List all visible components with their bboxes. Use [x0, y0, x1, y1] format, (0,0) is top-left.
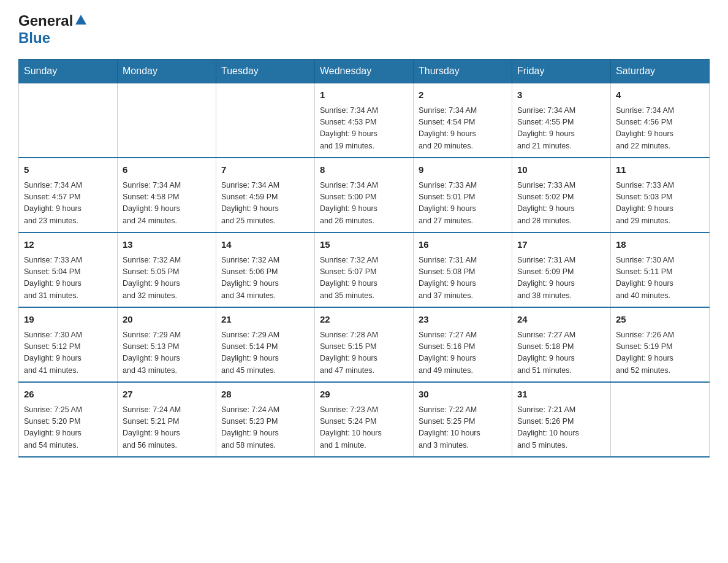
calendar-cell: 24Sunrise: 7:27 AM Sunset: 5:18 PM Dayli… [512, 307, 611, 382]
calendar-header-thursday: Thursday [414, 59, 512, 83]
day-info: Sunrise: 7:33 AM Sunset: 5:01 PM Dayligh… [419, 180, 507, 228]
calendar-cell: 16Sunrise: 7:31 AM Sunset: 5:08 PM Dayli… [414, 232, 512, 307]
day-number: 22 [320, 313, 408, 327]
day-number: 17 [517, 238, 605, 252]
day-number: 25 [616, 313, 704, 327]
calendar-cell: 8Sunrise: 7:34 AM Sunset: 5:00 PM Daylig… [315, 158, 414, 232]
day-info: Sunrise: 7:30 AM Sunset: 5:12 PM Dayligh… [24, 329, 112, 377]
day-number: 31 [517, 388, 605, 402]
logo-arrow-icon [75, 13, 86, 27]
page-header: General Blue [18, 12, 710, 47]
calendar-cell: 26Sunrise: 7:25 AM Sunset: 5:20 PM Dayli… [19, 382, 118, 457]
calendar-cell: 2Sunrise: 7:34 AM Sunset: 4:54 PM Daylig… [414, 83, 512, 158]
calendar-week-row: 1Sunrise: 7:34 AM Sunset: 4:53 PM Daylig… [19, 83, 710, 158]
calendar-cell: 7Sunrise: 7:34 AM Sunset: 4:59 PM Daylig… [216, 158, 315, 232]
calendar-cell: 5Sunrise: 7:34 AM Sunset: 4:57 PM Daylig… [19, 158, 118, 232]
day-info: Sunrise: 7:34 AM Sunset: 4:53 PM Dayligh… [320, 105, 408, 153]
day-info: Sunrise: 7:25 AM Sunset: 5:20 PM Dayligh… [24, 404, 112, 452]
day-number: 9 [419, 163, 507, 177]
calendar-cell: 6Sunrise: 7:34 AM Sunset: 4:58 PM Daylig… [118, 158, 216, 232]
calendar-week-row: 5Sunrise: 7:34 AM Sunset: 4:57 PM Daylig… [19, 158, 710, 232]
day-number: 2 [419, 88, 507, 102]
day-info: Sunrise: 7:29 AM Sunset: 5:13 PM Dayligh… [123, 329, 211, 377]
calendar-cell: 27Sunrise: 7:24 AM Sunset: 5:21 PM Dayli… [118, 382, 216, 457]
day-info: Sunrise: 7:31 AM Sunset: 5:08 PM Dayligh… [419, 255, 507, 302]
day-info: Sunrise: 7:27 AM Sunset: 5:18 PM Dayligh… [517, 329, 605, 377]
day-info: Sunrise: 7:22 AM Sunset: 5:25 PM Dayligh… [419, 404, 507, 452]
day-info: Sunrise: 7:31 AM Sunset: 5:09 PM Dayligh… [517, 255, 605, 302]
day-info: Sunrise: 7:33 AM Sunset: 5:03 PM Dayligh… [616, 180, 704, 228]
day-info: Sunrise: 7:32 AM Sunset: 5:07 PM Dayligh… [320, 255, 408, 302]
calendar-cell: 21Sunrise: 7:29 AM Sunset: 5:14 PM Dayli… [216, 307, 315, 382]
logo: General Blue [18, 12, 86, 47]
calendar-cell: 14Sunrise: 7:32 AM Sunset: 5:06 PM Dayli… [216, 232, 315, 307]
day-info: Sunrise: 7:32 AM Sunset: 5:06 PM Dayligh… [221, 255, 309, 302]
day-number: 19 [24, 313, 112, 327]
day-info: Sunrise: 7:34 AM Sunset: 4:59 PM Dayligh… [221, 180, 309, 228]
day-number: 4 [616, 88, 704, 102]
day-number: 30 [419, 388, 507, 402]
calendar-cell: 19Sunrise: 7:30 AM Sunset: 5:12 PM Dayli… [19, 307, 118, 382]
day-number: 28 [221, 388, 309, 402]
day-info: Sunrise: 7:32 AM Sunset: 5:05 PM Dayligh… [123, 255, 211, 302]
day-info: Sunrise: 7:33 AM Sunset: 5:04 PM Dayligh… [24, 255, 112, 302]
calendar-header-saturday: Saturday [611, 59, 710, 83]
calendar-cell: 30Sunrise: 7:22 AM Sunset: 5:25 PM Dayli… [414, 382, 512, 457]
day-number: 3 [517, 88, 605, 102]
calendar-cell: 1Sunrise: 7:34 AM Sunset: 4:53 PM Daylig… [315, 83, 414, 158]
day-number: 11 [616, 163, 704, 177]
day-number: 6 [123, 163, 211, 177]
calendar-cell: 22Sunrise: 7:28 AM Sunset: 5:15 PM Dayli… [315, 307, 414, 382]
day-number: 24 [517, 313, 605, 327]
calendar-cell [19, 83, 118, 158]
calendar-table: SundayMondayTuesdayWednesdayThursdayFrid… [18, 59, 710, 458]
calendar-cell: 20Sunrise: 7:29 AM Sunset: 5:13 PM Dayli… [118, 307, 216, 382]
calendar-cell: 28Sunrise: 7:24 AM Sunset: 5:23 PM Dayli… [216, 382, 315, 457]
day-info: Sunrise: 7:24 AM Sunset: 5:23 PM Dayligh… [221, 404, 309, 452]
day-number: 26 [24, 388, 112, 402]
day-info: Sunrise: 7:34 AM Sunset: 5:00 PM Dayligh… [320, 180, 408, 228]
day-number: 29 [320, 388, 408, 402]
calendar-header-friday: Friday [512, 59, 611, 83]
logo-general-text: General [18, 12, 73, 29]
day-info: Sunrise: 7:34 AM Sunset: 4:54 PM Dayligh… [419, 105, 507, 153]
day-number: 12 [24, 238, 112, 252]
day-number: 13 [123, 238, 211, 252]
calendar-cell: 15Sunrise: 7:32 AM Sunset: 5:07 PM Dayli… [315, 232, 414, 307]
calendar-cell: 25Sunrise: 7:26 AM Sunset: 5:19 PM Dayli… [611, 307, 710, 382]
calendar-cell: 23Sunrise: 7:27 AM Sunset: 5:16 PM Dayli… [414, 307, 512, 382]
calendar-header-monday: Monday [118, 59, 216, 83]
svg-marker-0 [75, 15, 86, 25]
calendar-cell [216, 83, 315, 158]
day-info: Sunrise: 7:21 AM Sunset: 5:26 PM Dayligh… [517, 404, 605, 452]
day-number: 10 [517, 163, 605, 177]
calendar-week-row: 12Sunrise: 7:33 AM Sunset: 5:04 PM Dayli… [19, 232, 710, 307]
day-number: 7 [221, 163, 309, 177]
calendar-cell: 17Sunrise: 7:31 AM Sunset: 5:09 PM Dayli… [512, 232, 611, 307]
day-number: 27 [123, 388, 211, 402]
calendar-cell: 31Sunrise: 7:21 AM Sunset: 5:26 PM Dayli… [512, 382, 611, 457]
day-info: Sunrise: 7:29 AM Sunset: 5:14 PM Dayligh… [221, 329, 309, 377]
calendar-cell: 4Sunrise: 7:34 AM Sunset: 4:56 PM Daylig… [611, 83, 710, 158]
day-info: Sunrise: 7:27 AM Sunset: 5:16 PM Dayligh… [419, 329, 507, 377]
day-info: Sunrise: 7:33 AM Sunset: 5:02 PM Dayligh… [517, 180, 605, 228]
day-number: 23 [419, 313, 507, 327]
day-info: Sunrise: 7:34 AM Sunset: 4:56 PM Dayligh… [616, 105, 704, 153]
day-info: Sunrise: 7:28 AM Sunset: 5:15 PM Dayligh… [320, 329, 408, 377]
day-info: Sunrise: 7:30 AM Sunset: 5:11 PM Dayligh… [616, 255, 704, 302]
calendar-cell: 10Sunrise: 7:33 AM Sunset: 5:02 PM Dayli… [512, 158, 611, 232]
calendar-cell: 3Sunrise: 7:34 AM Sunset: 4:55 PM Daylig… [512, 83, 611, 158]
logo-blue-text: Blue [18, 29, 50, 46]
calendar-cell: 12Sunrise: 7:33 AM Sunset: 5:04 PM Dayli… [19, 232, 118, 307]
day-info: Sunrise: 7:34 AM Sunset: 4:57 PM Dayligh… [24, 180, 112, 228]
day-number: 8 [320, 163, 408, 177]
calendar-cell: 9Sunrise: 7:33 AM Sunset: 5:01 PM Daylig… [414, 158, 512, 232]
calendar-cell [118, 83, 216, 158]
calendar-week-row: 19Sunrise: 7:30 AM Sunset: 5:12 PM Dayli… [19, 307, 710, 382]
day-number: 14 [221, 238, 309, 252]
calendar-cell: 13Sunrise: 7:32 AM Sunset: 5:05 PM Dayli… [118, 232, 216, 307]
day-info: Sunrise: 7:24 AM Sunset: 5:21 PM Dayligh… [123, 404, 211, 452]
day-number: 5 [24, 163, 112, 177]
day-info: Sunrise: 7:26 AM Sunset: 5:19 PM Dayligh… [616, 329, 704, 377]
calendar-header-tuesday: Tuesday [216, 59, 315, 83]
